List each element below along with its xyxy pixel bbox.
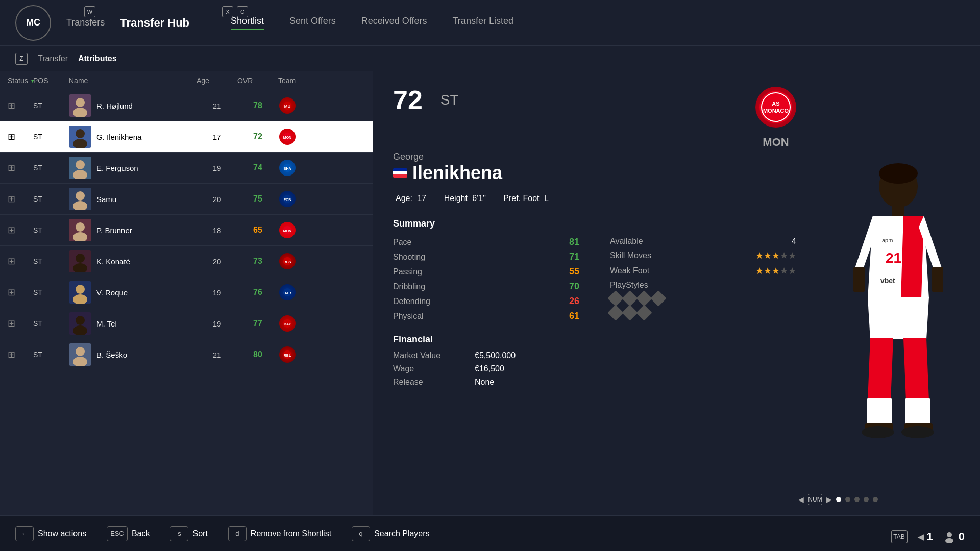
financial-row-market: Market Value €5,500,000 (393, 351, 796, 360)
team-badge: FCB (278, 190, 297, 208)
pagination-dot-4[interactable] (864, 497, 869, 502)
stat-row-weak-foot: Weak Foot ★★★★★ (610, 265, 796, 277)
tab-shortlist[interactable]: Shortlist (231, 16, 264, 30)
svg-point-62 (945, 538, 953, 543)
detail-last-name: Ilenikhena (393, 162, 796, 184)
passing-value: 55 (569, 266, 579, 277)
player-avatar (69, 157, 91, 179)
subnav-transfer[interactable]: Transfer (38, 54, 68, 63)
pagination-right-arrow[interactable]: ▶ (826, 495, 832, 504)
player-row[interactable]: ⊞ ST G. Ilenikhena 17 72 MON (0, 121, 373, 153)
player-figure-svg: 21 vbet (827, 145, 970, 441)
svg-point-12 (76, 191, 85, 201)
stat-row-available: Available 4 (610, 237, 796, 246)
svg-marker-50 (868, 338, 893, 400)
player-age: 21 (197, 102, 237, 110)
player-row[interactable]: ⊞ ST E. Ferguson 19 74 BHA (0, 153, 373, 184)
toolbar-sort[interactable]: s Sort (170, 526, 207, 541)
player-name: K. Konaté (96, 257, 130, 266)
scout-icon: ⊞ (8, 162, 33, 173)
pagination-left-arrow[interactable]: ◀ (798, 495, 804, 504)
tab-sent-offers[interactable]: Sent Offers (289, 16, 336, 30)
toolbar-search-players[interactable]: q Search Players (352, 526, 430, 541)
svg-rect-51 (867, 398, 892, 427)
stat-row-passing: Passing 55 (393, 266, 579, 277)
player-age: 19 (197, 288, 237, 297)
available-label: Available (610, 237, 643, 246)
stat-row-physical: Physical 61 (393, 311, 579, 321)
player-age: 20 (197, 257, 237, 266)
ovr-pos-block: 72 ST (393, 87, 459, 113)
pos-badge: ST (33, 226, 69, 234)
svg-rect-49 (932, 267, 943, 292)
club-badge-large: AS MONACO (755, 87, 796, 128)
pagination-dot-1[interactable] (836, 497, 841, 502)
score-block-2: 0 (943, 530, 965, 543)
player-row[interactable]: ⊞ ST R. Højlund 21 78 MU (0, 90, 373, 121)
player-age: 20 (197, 195, 237, 204)
nav-transfers[interactable]: Transfers (66, 17, 105, 28)
toolbar-remove-shortlist[interactable]: d Remove from Shortlist (228, 526, 331, 541)
player-row[interactable]: ⊞ ST M. Tel 19 77 BAY (0, 308, 373, 339)
toolbar-back[interactable]: ESC Back (107, 526, 150, 541)
header-pos: POS (33, 77, 69, 85)
age-label: Age: (396, 194, 412, 203)
financial-title: Financial (393, 334, 796, 345)
back-key: ESC (107, 526, 128, 541)
player-info: V. Roque (69, 281, 197, 304)
subnav-attributes[interactable]: Attributes (78, 54, 117, 63)
player-avatar (69, 281, 91, 304)
player-ovr: 74 (237, 163, 278, 172)
pace-value: 81 (569, 237, 579, 247)
score-left-arrow: ◀ (918, 532, 924, 542)
player-row[interactable]: ⊞ ST Samu 20 75 FCB (0, 184, 373, 215)
player-ovr: 78 (237, 101, 278, 110)
toolbar-show-actions[interactable]: ← Show actions (15, 526, 86, 541)
ovr-pos: 72 ST (393, 87, 459, 113)
svg-marker-53 (903, 338, 929, 400)
dribbling-value: 70 (569, 281, 579, 292)
player-info: Samu (69, 188, 197, 210)
svg-point-5 (73, 139, 87, 148)
svg-text:21: 21 (886, 250, 901, 266)
player-avatar (69, 126, 91, 148)
diamond-icon (650, 290, 666, 306)
svg-point-17 (73, 232, 87, 241)
search-players-key: q (352, 526, 370, 541)
player-row[interactable]: ⊞ ST P. Brunner 18 65 MON (0, 215, 373, 246)
key-x-badge: X (222, 6, 233, 17)
player-age: 18 (197, 226, 237, 235)
svg-text:FCB: FCB (284, 198, 291, 202)
team-badge: RBL (278, 345, 297, 364)
player-avatar (69, 250, 91, 272)
pagination-dot-5[interactable] (873, 497, 878, 502)
score-value-2: 0 (959, 530, 965, 543)
team-badge: BAY (278, 314, 297, 333)
pos-badge: ST (33, 319, 69, 328)
svg-point-24 (76, 285, 85, 294)
pos-badge: ST (33, 350, 69, 359)
team-badge: RBS (278, 252, 297, 270)
player-row[interactable]: ⊞ ST V. Roque 19 76 BAR (0, 277, 373, 308)
player-row[interactable]: ⊞ ST K. Konaté 20 73 RBS (0, 246, 373, 277)
playstyles-diamonds-2 (610, 307, 796, 318)
pagination-num-badge[interactable]: NUM (808, 494, 822, 505)
player-ovr: 77 (237, 319, 278, 328)
pagination-dot-2[interactable] (845, 497, 850, 502)
header-team: Team (278, 77, 319, 85)
player-name: V. Roque (96, 288, 128, 297)
stats-title: Summary (393, 218, 796, 229)
svg-point-58 (879, 163, 918, 184)
pagination-dot-3[interactable] (854, 497, 860, 502)
tab-transfer-listed[interactable]: Transfer Listed (453, 16, 513, 30)
nav-hub: Transfer Hub (120, 16, 189, 30)
playstyles-label: PlayStyles (610, 281, 796, 290)
svg-point-33 (73, 357, 87, 366)
svg-text:RBS: RBS (284, 260, 291, 264)
tab-received-offers[interactable]: Received Offers (361, 16, 427, 30)
left-stats: Pace 81 Shooting 71 Passing 55 Dribbli (393, 237, 579, 321)
player-row[interactable]: ⊞ ST B. Šeško 21 80 RBL (0, 339, 373, 370)
svg-point-61 (947, 532, 952, 537)
search-players-label: Search Players (374, 529, 430, 538)
app-logo[interactable]: MC (15, 5, 51, 41)
